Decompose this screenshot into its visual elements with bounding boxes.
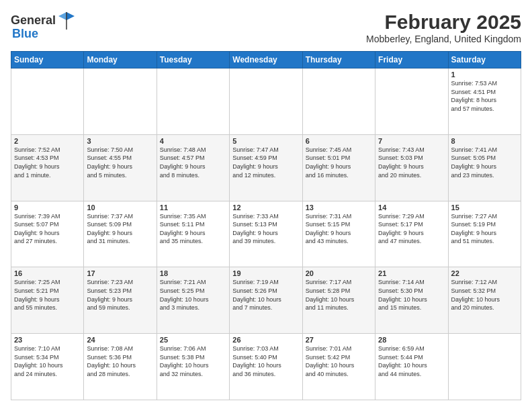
table-row bbox=[11, 68, 84, 135]
day-info: Sunrise: 7:53 AM Sunset: 4:51 PM Dayligh… bbox=[451, 79, 518, 113]
day-number: 17 bbox=[87, 269, 153, 277]
table-row: 12Sunrise: 7:33 AM Sunset: 5:13 PM Dayli… bbox=[230, 201, 302, 267]
day-number: 3 bbox=[87, 137, 153, 145]
day-number: 28 bbox=[378, 336, 445, 344]
svg-marker-1 bbox=[58, 12, 66, 20]
table-row: 14Sunrise: 7:29 AM Sunset: 5:17 PM Dayli… bbox=[375, 201, 448, 267]
table-row: 7Sunrise: 7:43 AM Sunset: 5:03 PM Daylig… bbox=[375, 134, 448, 201]
logo-general: General bbox=[11, 13, 56, 28]
calendar-week-2: 9Sunrise: 7:39 AM Sunset: 5:07 PM Daylig… bbox=[11, 201, 521, 267]
table-row: 18Sunrise: 7:21 AM Sunset: 5:25 PM Dayli… bbox=[157, 267, 229, 334]
table-row: 19Sunrise: 7:19 AM Sunset: 5:26 PM Dayli… bbox=[230, 267, 302, 334]
table-row: 6Sunrise: 7:45 AM Sunset: 5:01 PM Daylig… bbox=[302, 134, 375, 201]
day-info: Sunrise: 7:35 AM Sunset: 5:11 PM Dayligh… bbox=[160, 212, 226, 246]
table-row: 1Sunrise: 7:53 AM Sunset: 4:51 PM Daylig… bbox=[448, 68, 521, 135]
day-info: Sunrise: 7:14 AM Sunset: 5:30 PM Dayligh… bbox=[378, 278, 445, 312]
day-info: Sunrise: 7:52 AM Sunset: 4:53 PM Dayligh… bbox=[14, 146, 81, 179]
table-row bbox=[448, 334, 521, 400]
day-info: Sunrise: 7:41 AM Sunset: 5:05 PM Dayligh… bbox=[451, 146, 518, 179]
day-number: 6 bbox=[306, 137, 372, 145]
day-number: 12 bbox=[232, 203, 299, 212]
day-number: 16 bbox=[14, 269, 81, 277]
day-info: Sunrise: 7:33 AM Sunset: 5:13 PM Dayligh… bbox=[232, 212, 299, 246]
calendar-table: Sunday Monday Tuesday Wednesday Thursday… bbox=[11, 51, 521, 400]
table-row: 11Sunrise: 7:35 AM Sunset: 5:11 PM Dayli… bbox=[157, 201, 229, 267]
calendar-week-4: 23Sunrise: 7:10 AM Sunset: 5:34 PM Dayli… bbox=[11, 334, 521, 400]
day-info: Sunrise: 7:17 AM Sunset: 5:28 PM Dayligh… bbox=[306, 278, 372, 312]
table-row: 22Sunrise: 7:12 AM Sunset: 5:32 PM Dayli… bbox=[448, 267, 521, 334]
table-row: 25Sunrise: 7:06 AM Sunset: 5:38 PM Dayli… bbox=[157, 334, 229, 400]
col-wednesday: Wednesday bbox=[230, 52, 302, 68]
day-info: Sunrise: 7:50 AM Sunset: 4:55 PM Dayligh… bbox=[87, 146, 153, 179]
day-info: Sunrise: 7:45 AM Sunset: 5:01 PM Dayligh… bbox=[306, 146, 372, 179]
day-info: Sunrise: 7:03 AM Sunset: 5:40 PM Dayligh… bbox=[232, 345, 299, 378]
table-row: 27Sunrise: 7:01 AM Sunset: 5:42 PM Dayli… bbox=[302, 334, 375, 400]
day-info: Sunrise: 7:25 AM Sunset: 5:21 PM Dayligh… bbox=[14, 278, 81, 312]
day-number: 26 bbox=[232, 336, 299, 344]
day-number: 22 bbox=[451, 269, 518, 277]
day-info: Sunrise: 7:43 AM Sunset: 5:03 PM Dayligh… bbox=[378, 146, 445, 179]
calendar-week-1: 2Sunrise: 7:52 AM Sunset: 4:53 PM Daylig… bbox=[11, 134, 521, 201]
table-row bbox=[230, 68, 302, 135]
day-number: 1 bbox=[451, 71, 518, 79]
day-number: 11 bbox=[160, 203, 226, 212]
day-number: 23 bbox=[14, 336, 81, 344]
day-info: Sunrise: 7:21 AM Sunset: 5:25 PM Dayligh… bbox=[160, 278, 226, 312]
day-number: 20 bbox=[306, 269, 372, 277]
day-info: Sunrise: 7:08 AM Sunset: 5:36 PM Dayligh… bbox=[87, 345, 153, 378]
table-row: 17Sunrise: 7:23 AM Sunset: 5:23 PM Dayli… bbox=[84, 267, 157, 334]
day-number: 19 bbox=[232, 269, 299, 277]
svg-marker-0 bbox=[66, 12, 75, 20]
day-number: 25 bbox=[160, 336, 226, 344]
table-row: 24Sunrise: 7:08 AM Sunset: 5:36 PM Dayli… bbox=[84, 334, 157, 400]
day-number: 10 bbox=[87, 203, 153, 212]
day-info: Sunrise: 7:10 AM Sunset: 5:34 PM Dayligh… bbox=[14, 345, 81, 378]
day-number: 4 bbox=[160, 137, 226, 145]
day-info: Sunrise: 7:12 AM Sunset: 5:32 PM Dayligh… bbox=[451, 278, 518, 312]
table-row: 20Sunrise: 7:17 AM Sunset: 5:28 PM Dayli… bbox=[302, 267, 375, 334]
header: General Blue February 2025 Mobberley, En… bbox=[11, 11, 521, 44]
col-monday: Monday bbox=[84, 52, 157, 68]
table-row: 15Sunrise: 7:27 AM Sunset: 5:19 PM Dayli… bbox=[448, 201, 521, 267]
col-thursday: Thursday bbox=[302, 52, 375, 68]
day-number: 9 bbox=[14, 203, 81, 212]
day-info: Sunrise: 7:27 AM Sunset: 5:19 PM Dayligh… bbox=[451, 212, 518, 246]
day-info: Sunrise: 7:23 AM Sunset: 5:23 PM Dayligh… bbox=[87, 278, 153, 312]
day-info: Sunrise: 7:19 AM Sunset: 5:26 PM Dayligh… bbox=[232, 278, 299, 312]
day-info: Sunrise: 7:06 AM Sunset: 5:38 PM Dayligh… bbox=[160, 345, 226, 378]
table-row: 13Sunrise: 7:31 AM Sunset: 5:15 PM Dayli… bbox=[302, 201, 375, 267]
table-row: 9Sunrise: 7:39 AM Sunset: 5:07 PM Daylig… bbox=[11, 201, 84, 267]
day-number: 8 bbox=[451, 137, 518, 145]
day-info: Sunrise: 7:29 AM Sunset: 5:17 PM Dayligh… bbox=[378, 212, 445, 246]
table-row: 23Sunrise: 7:10 AM Sunset: 5:34 PM Dayli… bbox=[11, 334, 84, 400]
day-info: Sunrise: 7:37 AM Sunset: 5:09 PM Dayligh… bbox=[87, 212, 153, 246]
day-number: 5 bbox=[232, 137, 299, 145]
col-sunday: Sunday bbox=[11, 52, 84, 68]
table-row: 8Sunrise: 7:41 AM Sunset: 5:05 PM Daylig… bbox=[448, 134, 521, 201]
col-tuesday: Tuesday bbox=[157, 52, 229, 68]
page: General Blue February 2025 Mobberley, En… bbox=[0, 0, 532, 411]
table-row: 16Sunrise: 7:25 AM Sunset: 5:21 PM Dayli… bbox=[11, 267, 84, 334]
day-number: 2 bbox=[14, 137, 81, 145]
col-saturday: Saturday bbox=[448, 52, 521, 68]
table-row: 26Sunrise: 7:03 AM Sunset: 5:40 PM Dayli… bbox=[230, 334, 302, 400]
table-row: 21Sunrise: 7:14 AM Sunset: 5:30 PM Dayli… bbox=[375, 267, 448, 334]
table-row: 5Sunrise: 7:47 AM Sunset: 4:59 PM Daylig… bbox=[230, 134, 302, 201]
calendar-week-0: 1Sunrise: 7:53 AM Sunset: 4:51 PM Daylig… bbox=[11, 68, 521, 135]
month-title: February 2025 bbox=[366, 11, 521, 34]
logo-blue: Blue bbox=[12, 27, 38, 41]
day-number: 14 bbox=[378, 203, 445, 212]
table-row bbox=[84, 68, 157, 135]
table-row: 2Sunrise: 7:52 AM Sunset: 4:53 PM Daylig… bbox=[11, 134, 84, 201]
table-row: 3Sunrise: 7:50 AM Sunset: 4:55 PM Daylig… bbox=[84, 134, 157, 201]
table-row bbox=[302, 68, 375, 135]
day-number: 13 bbox=[306, 203, 372, 212]
day-number: 18 bbox=[160, 269, 226, 277]
title-block: February 2025 Mobberley, England, United… bbox=[366, 11, 521, 44]
calendar-header-row: Sunday Monday Tuesday Wednesday Thursday… bbox=[11, 52, 521, 68]
day-info: Sunrise: 7:01 AM Sunset: 5:42 PM Dayligh… bbox=[306, 345, 372, 378]
day-info: Sunrise: 7:48 AM Sunset: 4:57 PM Dayligh… bbox=[160, 146, 226, 179]
day-number: 7 bbox=[378, 137, 445, 145]
logo-flag-icon bbox=[57, 11, 76, 30]
table-row: 28Sunrise: 6:59 AM Sunset: 5:44 PM Dayli… bbox=[375, 334, 448, 400]
